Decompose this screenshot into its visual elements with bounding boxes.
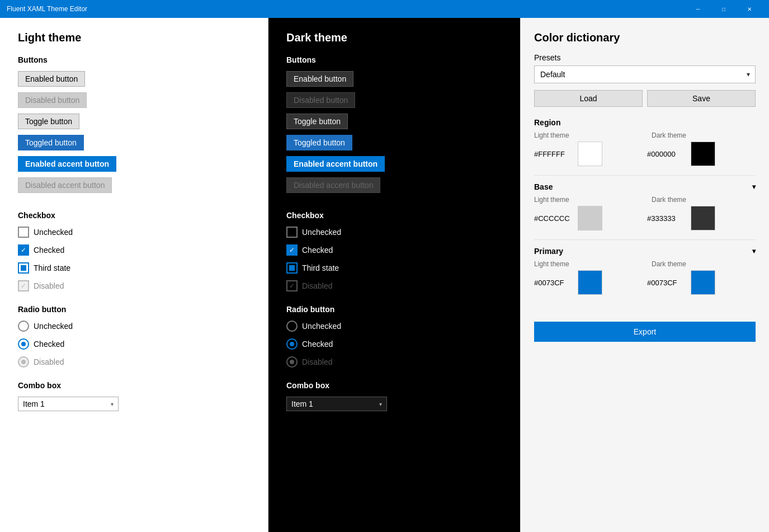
base-divider	[534, 175, 756, 176]
light-disabled-button: Disabled button	[18, 92, 87, 108]
region-section: Region Light theme Dark theme #FFFFFF #0…	[534, 118, 756, 166]
dark-disabled-button: Disabled button	[286, 92, 355, 108]
primary-dark-hex: #0073CF	[647, 279, 686, 287]
light-checkbox-checked[interactable]: ✓ Checked	[18, 244, 250, 256]
window-controls: ─ □ ✕	[685, 0, 762, 18]
primary-theme-labels: Light theme Dark theme	[534, 260, 756, 268]
primary-label: Primary	[534, 247, 563, 256]
dark-checkbox-disabled-box: ✓	[286, 280, 298, 291]
light-radio-disabled-circle	[18, 356, 29, 368]
primary-light-swatch[interactable]	[578, 270, 602, 295]
light-indeterminate-inner	[21, 265, 26, 271]
region-dark-swatch[interactable]	[691, 142, 715, 166]
light-checkbox-disabled: ✓ Disabled	[18, 280, 250, 291]
base-light-swatch[interactable]	[578, 206, 602, 230]
dark-radio-checked-circle	[286, 338, 298, 350]
light-theme-panel: Light theme Buttons Enabled button Disab…	[0, 18, 268, 532]
presets-label: Presets	[534, 53, 756, 62]
dark-toggle-button[interactable]: Toggle button	[286, 114, 348, 129]
light-radio-checked-label: Checked	[34, 340, 64, 349]
dark-indeterminate-inner	[289, 265, 295, 271]
light-radio-checked[interactable]: Checked	[18, 338, 250, 350]
dark-buttons-label: Buttons	[286, 55, 502, 64]
dark-checkbox-unchecked[interactable]: Unchecked	[286, 227, 502, 238]
base-light-value: #CCCCCC	[534, 206, 643, 230]
dark-radio-unchecked-circle	[286, 321, 298, 332]
titlebar: Fluent XAML Theme Editor ─ □ ✕	[0, 0, 769, 18]
light-radio-unchecked-circle	[18, 321, 29, 332]
primary-dark-swatch[interactable]	[691, 270, 715, 295]
light-checkbox-third-state[interactable]: Third state	[18, 262, 250, 274]
light-radio-unchecked[interactable]: Unchecked	[18, 321, 250, 332]
dark-checkbox-third-state[interactable]: Third state	[286, 262, 502, 274]
light-combobox-chevron-icon: ▾	[111, 401, 114, 407]
dark-buttons-section: Buttons Enabled button Disabled button T…	[286, 55, 502, 197]
light-checkbox-checked-box: ✓	[18, 244, 29, 256]
presets-row: Default ▾	[534, 65, 756, 83]
light-enabled-button[interactable]: Enabled button	[18, 71, 85, 87]
primary-light-hex: #0073CF	[534, 279, 573, 287]
dark-toggled-button[interactable]: Toggled button	[286, 135, 352, 150]
region-dark-hex: #000000	[647, 150, 686, 158]
dark-checkbox-third-label: Third state	[302, 263, 339, 272]
light-toggled-button[interactable]: Toggled button	[18, 135, 84, 150]
light-radio-disabled: Disabled	[18, 356, 250, 368]
light-checkbox-unchecked[interactable]: Unchecked	[18, 227, 250, 238]
dark-radio-unchecked[interactable]: Unchecked	[286, 321, 502, 332]
primary-color-row: #0073CF #0073CF	[534, 270, 756, 295]
dark-radio-checked-label: Checked	[302, 340, 333, 349]
light-toggle-button[interactable]: Toggle button	[18, 114, 79, 129]
region-color-row: #FFFFFF #000000	[534, 142, 756, 166]
export-button[interactable]: Export	[534, 322, 756, 342]
load-button[interactable]: Load	[534, 90, 643, 107]
base-dark-swatch[interactable]	[691, 206, 715, 230]
light-checkbox-unchecked-label: Unchecked	[34, 228, 73, 237]
light-enabled-accent-button[interactable]: Enabled accent button	[18, 156, 116, 172]
primary-light-theme-label: Light theme	[534, 260, 638, 268]
dark-checkbox-section: Checkbox Unchecked ✓ Checked Third state…	[286, 211, 502, 291]
base-collapse-icon[interactable]: ▾	[752, 183, 756, 191]
dark-theme-title: Dark theme	[286, 31, 502, 44]
light-checkbox-third-state-box	[18, 262, 29, 274]
dark-radio-disabled-label: Disabled	[302, 357, 332, 366]
primary-dark-value: #0073CF	[647, 270, 756, 295]
dark-combobox-section: Combo box Item 1 ▾	[286, 381, 502, 411]
light-combobox-label: Combo box	[18, 381, 250, 390]
dark-radio-disabled-circle	[286, 356, 298, 368]
light-combobox[interactable]: Item 1 ▾	[18, 397, 119, 411]
maximize-button[interactable]: □	[711, 0, 737, 18]
primary-divider	[534, 239, 756, 240]
dark-combobox-label: Combo box	[286, 381, 502, 390]
region-light-swatch[interactable]	[578, 142, 602, 166]
light-checkbox-unchecked-box	[18, 227, 29, 238]
presets-select[interactable]: Default	[534, 65, 756, 83]
dark-combobox[interactable]: Item 1 ▾	[286, 397, 387, 411]
primary-collapse-icon[interactable]: ▾	[752, 247, 756, 255]
base-color-row: #CCCCCC #333333	[534, 206, 756, 230]
dark-combobox-value: Item 1	[291, 399, 313, 408]
save-button[interactable]: Save	[647, 90, 756, 107]
color-dict-title: Color dictionary	[534, 31, 756, 44]
load-save-row: Load Save	[534, 90, 756, 107]
dark-disabled-accent-button: Disabled accent button	[286, 177, 380, 193]
dark-checkbox-label: Checkbox	[286, 211, 502, 220]
minimize-button[interactable]: ─	[685, 0, 711, 18]
dark-checkbox-checked[interactable]: ✓ Checked	[286, 244, 502, 256]
dark-radio-checked[interactable]: Checked	[286, 338, 502, 350]
light-checkbox-third-label: Third state	[34, 263, 70, 272]
base-section: Base ▾ Light theme Dark theme #CCCCCC #3…	[534, 182, 756, 230]
dark-radio-unchecked-label: Unchecked	[302, 322, 341, 331]
dark-enabled-button[interactable]: Enabled button	[286, 71, 353, 87]
light-buttons-label: Buttons	[18, 55, 250, 64]
app-title: Fluent XAML Theme Editor	[7, 5, 685, 13]
dark-theme-panel: Dark theme Buttons Enabled button Disabl…	[268, 18, 520, 532]
light-disabled-accent-button: Disabled accent button	[18, 177, 112, 193]
primary-header: Primary ▾	[534, 247, 756, 256]
dark-enabled-accent-button[interactable]: Enabled accent button	[286, 156, 385, 172]
light-radio-section: Radio button Unchecked Checked Disabled	[18, 305, 250, 368]
dark-combobox-chevron-icon: ▾	[379, 401, 382, 407]
light-theme-title: Light theme	[18, 31, 250, 44]
light-checkbox-disabled-label: Disabled	[34, 281, 64, 290]
region-dark-value: #000000	[647, 142, 756, 166]
close-button[interactable]: ✕	[737, 0, 762, 18]
